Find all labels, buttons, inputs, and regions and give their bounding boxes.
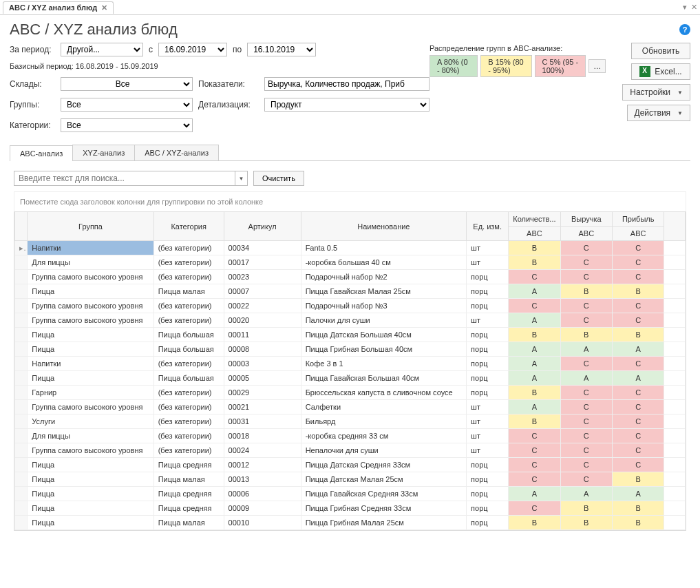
cell-group: Пицца <box>28 516 153 530</box>
tab-abc[interactable]: ABC-анализ <box>10 145 73 161</box>
cell-name: -коробка средняя 33 см <box>301 429 466 443</box>
cell-abc-profit: C <box>612 443 664 458</box>
cell-abc-rev: C <box>560 386 612 400</box>
col-qty-abc[interactable]: ABC <box>509 227 560 241</box>
col-group[interactable]: Группа <box>28 212 153 241</box>
pin-icon[interactable]: ▾ <box>683 3 687 12</box>
dist-more[interactable]: … <box>588 59 606 73</box>
col-profit[interactable]: Прибыль <box>612 212 664 227</box>
clear-button[interactable]: Очистить <box>253 171 304 186</box>
table-row[interactable]: Для пиццы(без категории)00018-коробка ср… <box>15 429 686 443</box>
metrics-input[interactable] <box>264 77 429 91</box>
cell-category: Пицца малая <box>153 516 224 530</box>
date-to[interactable]: 16.10.2019 <box>247 43 316 56</box>
row-handle <box>15 284 28 299</box>
table-row[interactable]: ПиццаПицца малая00013Пицца Датская Малая… <box>15 472 686 487</box>
cell-category: Пицца малая <box>153 472 224 487</box>
cell-unit: порц <box>467 270 509 284</box>
cell-category: Пицца большая <box>153 328 224 342</box>
table-row[interactable]: Услуги(без категории)00031БильярдштBCC <box>15 414 686 429</box>
cell-abc-rev: C <box>560 400 612 414</box>
table-row[interactable]: ПиццаПицца средняя00006Пицца Гавайская С… <box>15 487 686 501</box>
cell-abc-qty: A <box>509 357 560 371</box>
table-row[interactable]: ПиццаПицца малая00010Пицца Грибная Малая… <box>15 516 686 530</box>
cell-abc-qty: C <box>509 443 560 458</box>
col-article[interactable]: Артикул <box>224 212 301 241</box>
col-name[interactable]: Наименование <box>301 212 466 241</box>
table-row[interactable]: ПиццаПицца большая00005Пицца Гавайская Б… <box>15 371 686 386</box>
close-window-icon[interactable]: ✕ <box>691 3 697 12</box>
excel-button[interactable]: Excel... <box>631 63 690 80</box>
table-row[interactable]: ▸Напитки(без категории)00034Fanta 0.5штB… <box>15 241 686 255</box>
cell-abc-qty: A <box>509 371 560 386</box>
table-row[interactable]: Группа самого высокого уровня(без катего… <box>15 443 686 458</box>
row-handle <box>15 270 28 284</box>
window-tab[interactable]: ABC / XYZ анализ блюд ✕ <box>3 1 114 14</box>
cell-abc-qty: A <box>509 400 560 414</box>
table-row[interactable]: Гарнир(без категории)00029Брюссельская к… <box>15 386 686 400</box>
row-handle: ▸ <box>15 241 28 255</box>
group-by-hint[interactable]: Поместите сюда заголовок колонки для гру… <box>14 191 686 211</box>
dist-chip-a[interactable]: A 80% (0 - 80%) <box>429 55 478 77</box>
table-row[interactable]: Группа самого высокого уровня(без катего… <box>15 313 686 328</box>
tab-abc-xyz[interactable]: ABC / XYZ-анализ <box>134 145 219 160</box>
groups-select[interactable]: Все <box>61 98 193 112</box>
cell-name: Пицца Датская Средняя 33см <box>301 458 466 472</box>
cell-category: (без категории) <box>153 400 224 414</box>
cell-name: Пицца Датская Малая 25см <box>301 472 466 487</box>
table-row[interactable]: Группа самого высокого уровня(без катего… <box>15 270 686 284</box>
cell-article: 00023 <box>224 270 301 284</box>
cell-name: Пицца Датская Большая 40см <box>301 328 466 342</box>
cell-article: 00013 <box>224 472 301 487</box>
cell-abc-profit: C <box>612 414 664 429</box>
cell-unit: шт <box>467 443 509 458</box>
stores-select[interactable]: Все <box>61 77 193 91</box>
cell-category: (без категории) <box>153 255 224 270</box>
categories-select[interactable]: Все <box>61 118 193 132</box>
dist-chip-c[interactable]: C 5% (95 - 100%) <box>535 55 586 77</box>
distribution-label: Распределение групп в ABC-анализе: <box>429 44 606 52</box>
table-row[interactable]: ПиццаПицца малая00007Пицца Гавайская Мал… <box>15 284 686 299</box>
col-qty[interactable]: Количеств... <box>509 212 560 227</box>
actions-button[interactable]: Действия <box>627 105 691 121</box>
cell-abc-rev: C <box>560 313 612 328</box>
col-category[interactable]: Категория <box>153 212 224 241</box>
table-row[interactable]: ПиццаПицца средняя00012Пицца Датская Сре… <box>15 458 686 472</box>
cell-abc-profit: C <box>612 255 664 270</box>
cell-abc-rev: C <box>560 414 612 429</box>
cell-abc-profit: A <box>612 371 664 386</box>
cell-article: 00029 <box>224 386 301 400</box>
cell-abc-rev: A <box>560 342 612 357</box>
date-from[interactable]: 16.09.2019 <box>158 43 227 56</box>
settings-button[interactable]: Настройки <box>622 84 690 101</box>
help-icon[interactable]: ? <box>679 24 690 35</box>
cell-abc-rev: A <box>560 371 612 386</box>
search-dropdown-icon[interactable]: ▼ <box>235 171 247 185</box>
cell-abc-rev: C <box>560 270 612 284</box>
col-profit-abc[interactable]: ABC <box>612 227 664 241</box>
detail-select[interactable]: Продукт <box>264 98 429 112</box>
cell-group: Напитки <box>28 357 153 371</box>
cell-group: Пицца <box>28 342 153 357</box>
search-input[interactable] <box>14 171 235 185</box>
table-row[interactable]: ПиццаПицца средняя00009Пицца Грибная Сре… <box>15 501 686 516</box>
col-revenue[interactable]: Выручка <box>560 212 612 227</box>
cell-category: Пицца большая <box>153 342 224 357</box>
period-select[interactable]: Другой... <box>61 43 143 56</box>
dist-chip-b[interactable]: B 15% (80 - 95%) <box>480 55 531 77</box>
cell-category: Пицца большая <box>153 371 224 386</box>
close-icon[interactable]: ✕ <box>101 3 107 12</box>
col-unit[interactable]: Ед. изм. <box>467 212 509 241</box>
table-row[interactable]: Напитки(без категории)00003Кофе 3 в 1пор… <box>15 357 686 371</box>
table-row[interactable]: ПиццаПицца большая00011Пицца Датская Бол… <box>15 328 686 342</box>
cell-category: (без категории) <box>153 414 224 429</box>
table-row[interactable]: Группа самого высокого уровня(без катего… <box>15 299 686 313</box>
table-row[interactable]: Группа самого высокого уровня(без катего… <box>15 400 686 414</box>
table-row[interactable]: Для пиццы(без категории)00017-коробка бо… <box>15 255 686 270</box>
tab-xyz[interactable]: XYZ-анализ <box>72 145 135 160</box>
cell-unit: порц <box>467 299 509 313</box>
update-button[interactable]: Обновить <box>631 43 690 59</box>
metrics-label: Показатели: <box>198 79 259 89</box>
col-rev-abc[interactable]: ABC <box>560 227 612 241</box>
table-row[interactable]: ПиццаПицца большая00008Пицца Грибная Бол… <box>15 342 686 357</box>
